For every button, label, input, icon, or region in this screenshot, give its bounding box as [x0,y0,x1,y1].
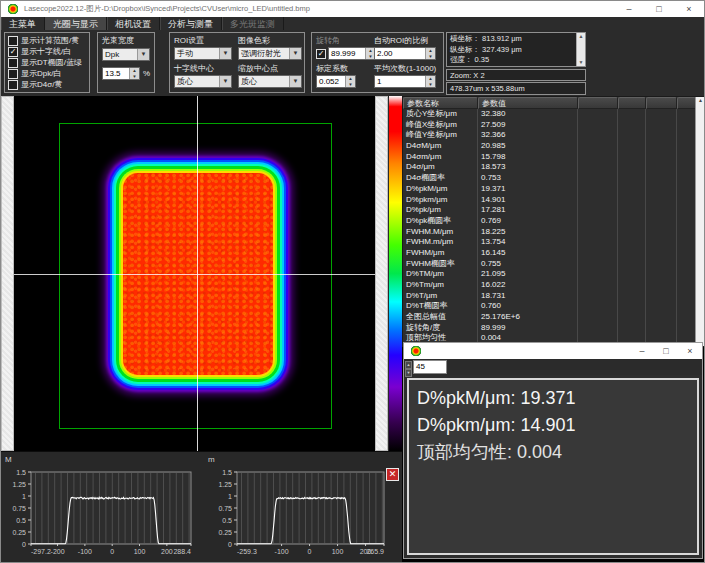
empty-cell [618,205,646,216]
zoom-level-box: Zoom: X 2 [446,69,586,81]
display-option-row[interactable]: 显示Dpk/白 [8,68,89,79]
table-row[interactable]: D%T椭圆率0.760 [403,301,705,312]
calibration-value: 0.052 [317,77,345,86]
chevron-down-icon[interactable]: ▼ [219,76,231,87]
average-count-input[interactable]: 1 ▲▼ [374,75,436,88]
spinner-arrows-icon[interactable]: ▲▼ [425,76,435,87]
calibration-input[interactable]: 0.052 ▲▼ [316,75,356,88]
table-row[interactable]: FWHM.m/μm13.754 [403,237,705,248]
table-row[interactable]: D%Tm/μm16.022 [403,280,705,291]
cursor-readout-scrollbar[interactable]: ▲▼ [576,33,585,66]
display-option-row[interactable]: 显示DT椭圆/蓝绿 [8,57,89,68]
minimize-button[interactable]: – [614,1,644,17]
table-row[interactable]: D%pkM/μm19.371 [403,184,705,195]
column-header-value[interactable]: 参数值 [478,97,578,109]
roi-mode-select[interactable]: 手动 ▼ [174,47,232,60]
column-header-empty[interactable] [677,97,696,109]
empty-cell [578,130,618,141]
beam-width-value-input[interactable]: 13.5 ▲▼ [102,67,140,80]
zoom-center-select[interactable]: 质心 ▼ [238,75,302,88]
table-row[interactable]: 峰值X坐标/μm27.509 [403,120,705,131]
minor-axis-profile-chart: m00.250.50.7511.251.5-259.3-100010020026… [204,452,404,562]
table-row[interactable]: D%TM/μm21.095 [403,269,705,280]
auto-roi-ratio-input[interactable]: 2.00 ▲▼ [374,47,436,60]
param-value-cell: 17.281 [478,205,578,216]
table-row[interactable]: D%pkm/μm14.901 [403,195,705,206]
empty-cell [646,109,677,120]
empty-cell [646,280,677,291]
menu-tab[interactable]: 光圈与显示 [45,17,107,30]
parameter-table-scrollbar[interactable]: ▲ [695,97,705,346]
table-row[interactable]: 质心Y坐标/μm32.380 [403,109,705,120]
column-header-empty[interactable] [578,97,618,109]
table-row[interactable]: FWHM/μm16.145 [403,248,705,259]
chevron-down-icon[interactable]: ▼ [289,48,301,59]
column-header-name[interactable]: 参数名称 [403,97,478,109]
beam-width-method-select[interactable]: Dpk ▼ [102,48,150,61]
table-row[interactable]: FWHM椭圆率0.755 [403,259,705,270]
empty-cell [646,120,677,131]
chevron-down-icon[interactable]: ▼ [289,76,301,87]
display-option-row[interactable]: 显示D4σ/黄 [8,79,89,90]
image-vertical-scrollbar-right[interactable] [375,96,388,451]
table-row[interactable]: D4σM/μm20.985 [403,141,705,152]
svg-text:1.5: 1.5 [16,469,26,476]
beam-image-view[interactable] [14,96,375,451]
menu-tab: 多光斑监测 [222,17,284,30]
checkbox[interactable] [8,69,18,79]
empty-cell [578,248,618,259]
chevron-down-icon[interactable]: ▼ [137,49,149,60]
popup-maximize-button[interactable]: □ [654,343,678,359]
checkbox[interactable] [8,80,18,90]
table-row[interactable]: D4σm/μm15.798 [403,152,705,163]
chevron-down-icon[interactable]: ▼ [219,48,231,59]
table-row[interactable]: 全图总幅值25.176E+6 [403,312,705,323]
table-row[interactable]: 旋转角/度89.999 [403,323,705,334]
column-header-empty[interactable] [646,97,677,109]
image-vertical-scrollbar-left[interactable] [1,96,14,451]
spinner-arrows-icon[interactable]: ▲▼ [129,68,139,79]
table-row[interactable]: D%T/μm18.731 [403,291,705,302]
checkbox[interactable] [8,36,18,46]
table-row[interactable]: D4σ/μm18.573 [403,162,705,173]
rotation-input[interactable]: 89.999 ▲▼ [328,47,376,60]
param-name-cell: FWHM.m/μm [403,237,478,248]
menu-tab[interactable]: 分析与测量 [160,17,222,30]
spinner-arrows-icon[interactable]: ▲▼ [425,48,435,59]
menu-tab[interactable]: 相机设置 [107,17,160,30]
display-option-row[interactable]: 显示计算范围/黄 [8,35,89,46]
table-row[interactable]: D%pk/μm17.281 [403,205,705,216]
roi-group: ROI设置 手动 ▼ 十字线中心 质心 ▼ 图像色彩 强调衍射光 ▼ 缩放中心点 [169,32,305,93]
table-row[interactable]: D4σ椭圆率0.753 [403,173,705,184]
column-header-empty[interactable] [618,97,646,109]
rotation-checkbox[interactable]: ✓ [316,49,326,59]
empty-cell [677,205,696,216]
empty-cell [578,301,618,312]
display-option-row[interactable]: ✓显示十字线/白 [8,46,89,57]
checkbox[interactable]: ✓ [8,47,18,57]
image-color-value: 强调衍射光 [239,48,289,59]
close-button[interactable]: × [674,1,704,17]
crosshair-center-select[interactable]: 质心 ▼ [174,75,232,88]
empty-cell [646,312,677,323]
table-row[interactable]: 峰值Y坐标/μm32.366 [403,130,705,141]
table-row[interactable]: FWHM.M/μm18.225 [403,227,705,238]
spinner-arrows-icon[interactable]: ▲▼ [345,76,355,87]
param-value-cell: 0.755 [478,259,578,270]
svg-text:1: 1 [228,493,232,500]
maximize-button[interactable]: □ [644,1,674,17]
empty-cell [618,259,646,270]
popup-threshold-input[interactable]: 45 [413,360,447,374]
empty-cell [578,141,618,152]
menu-tab[interactable]: 主菜单 [1,17,45,30]
checkbox[interactable] [8,58,18,68]
empty-cell [646,301,677,312]
popup-close-button[interactable]: × [678,343,702,359]
svg-text:1.25: 1.25 [218,481,232,488]
image-color-select[interactable]: 强调衍射光 ▼ [238,47,302,60]
popup-spinner-icon[interactable]: ▲▼ [405,361,412,374]
table-row[interactable]: D%pk椭圆率0.769 [403,216,705,227]
popup-minimize-button[interactable]: – [630,343,654,359]
empty-cell [677,195,696,206]
close-charts-icon[interactable]: ✕ [386,468,399,481]
